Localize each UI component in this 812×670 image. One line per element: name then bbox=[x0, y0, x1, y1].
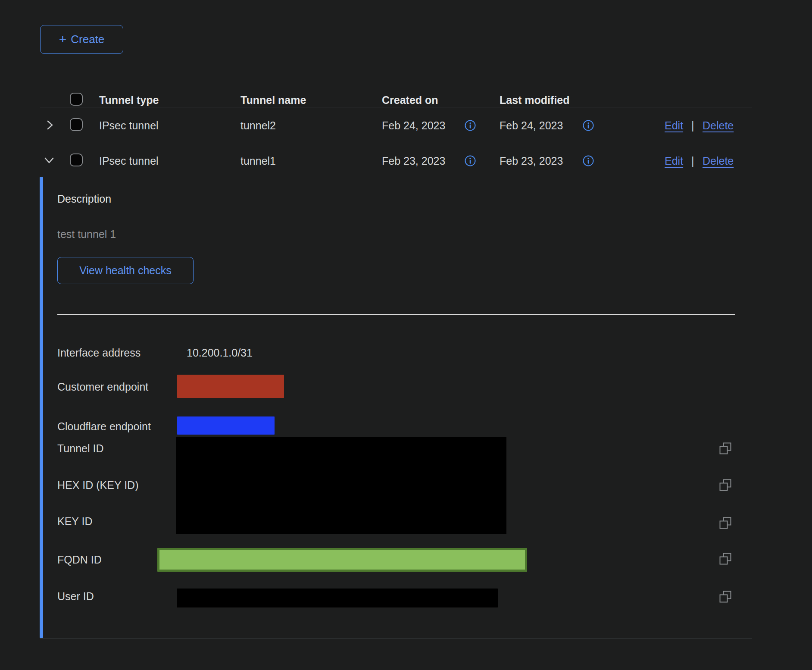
customer-endpoint-label: Customer endpoint bbox=[57, 380, 148, 394]
cloudflare-endpoint-label: Cloudflare endpoint bbox=[57, 420, 151, 433]
interface-address-value: 10.200.1.0/31 bbox=[187, 346, 253, 360]
cell-tunnel-type: IPsec tunnel bbox=[99, 154, 159, 168]
section-divider bbox=[57, 314, 735, 315]
column-header-tunnel-type: Tunnel type bbox=[99, 93, 159, 107]
plus-icon: + bbox=[59, 34, 67, 45]
tunnel-id-label: Tunnel ID bbox=[57, 441, 103, 455]
select-all-checkbox[interactable] bbox=[70, 93, 83, 106]
table-bottom-divider bbox=[40, 638, 752, 639]
view-health-checks-button[interactable]: View health checks bbox=[57, 257, 194, 284]
cell-tunnel-name: tunnel2 bbox=[240, 119, 276, 132]
info-icon[interactable] bbox=[582, 155, 594, 169]
info-icon[interactable] bbox=[582, 119, 594, 133]
column-header-last-modified: Last modified bbox=[500, 93, 570, 107]
ids-redaction-block bbox=[176, 437, 506, 534]
header-divider bbox=[40, 107, 752, 107]
copy-icon[interactable] bbox=[718, 551, 733, 568]
copy-icon[interactable] bbox=[718, 589, 733, 606]
description-value: test tunnel 1 bbox=[57, 227, 116, 241]
row-checkbox[interactable] bbox=[70, 153, 83, 166]
chevron-down-icon[interactable] bbox=[43, 155, 55, 166]
cell-created-on: Feb 23, 2023 bbox=[382, 154, 445, 168]
copy-icon[interactable] bbox=[718, 441, 733, 457]
cell-last-modified: Feb 24, 2023 bbox=[500, 119, 563, 132]
customer-endpoint-redaction bbox=[177, 375, 284, 398]
row-divider bbox=[40, 143, 752, 143]
chevron-right-icon[interactable] bbox=[44, 119, 55, 131]
action-separator: | bbox=[691, 119, 694, 132]
delete-link[interactable]: Delete bbox=[703, 119, 734, 132]
key-id-label: KEY ID bbox=[57, 514, 93, 528]
edit-link[interactable]: Edit bbox=[665, 119, 683, 132]
fqdn-id-label: FQDN ID bbox=[57, 553, 102, 567]
user-id-redaction bbox=[177, 589, 498, 607]
create-button-label: Create bbox=[71, 33, 104, 46]
cell-tunnel-type: IPsec tunnel bbox=[99, 119, 159, 132]
view-health-checks-label: View health checks bbox=[79, 264, 172, 277]
expanded-row-accent-bar bbox=[40, 177, 43, 638]
action-separator: | bbox=[691, 154, 694, 168]
cell-created-on: Feb 24, 2023 bbox=[382, 119, 445, 132]
delete-link[interactable]: Delete bbox=[703, 154, 734, 168]
edit-link[interactable]: Edit bbox=[665, 154, 683, 168]
interface-address-label: Interface address bbox=[57, 346, 141, 360]
fqdn-id-redaction bbox=[157, 548, 527, 572]
hex-id-label: HEX ID (KEY ID) bbox=[57, 478, 138, 492]
tunnels-page: + Create Tunnel type Tunnel name Created… bbox=[0, 0, 812, 670]
row-checkbox[interactable] bbox=[70, 118, 83, 131]
copy-icon[interactable] bbox=[718, 516, 733, 532]
cloudflare-endpoint-redaction bbox=[177, 416, 275, 435]
description-label: Description bbox=[57, 192, 111, 206]
column-header-created-on: Created on bbox=[382, 93, 438, 107]
cell-tunnel-name: tunnel1 bbox=[240, 154, 276, 168]
column-header-tunnel-name: Tunnel name bbox=[240, 93, 306, 107]
info-icon[interactable] bbox=[464, 155, 476, 169]
create-button[interactable]: + Create bbox=[40, 25, 123, 54]
user-id-label: User ID bbox=[57, 589, 94, 603]
copy-icon[interactable] bbox=[718, 478, 733, 494]
info-icon[interactable] bbox=[464, 119, 476, 133]
cell-last-modified: Feb 23, 2023 bbox=[500, 154, 563, 168]
